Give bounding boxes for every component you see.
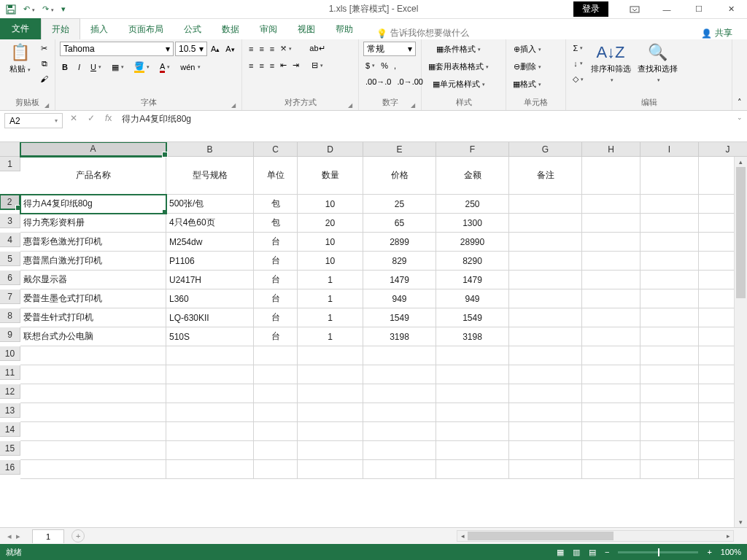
align-right-button[interactable]: ≡ [268, 59, 276, 72]
undo-icon[interactable]: ↶ [23, 4, 35, 14]
cell[interactable] [363, 346, 436, 365]
col-header[interactable]: B [166, 142, 254, 157]
cell[interactable] [20, 441, 166, 460]
cell[interactable]: 爱普生针式打印机 [20, 308, 166, 327]
cell[interactable] [166, 346, 254, 365]
cell[interactable] [582, 460, 640, 479]
minimize-icon[interactable]: — [651, 0, 683, 19]
col-header[interactable]: F [436, 142, 509, 157]
formula-input[interactable]: 得力A4复印纸80g [119, 111, 747, 141]
align-bottom-button[interactable]: ≡ [268, 42, 276, 55]
tab-layout[interactable]: 页面布局 [118, 19, 174, 39]
cell[interactable] [166, 460, 254, 479]
cell[interactable] [640, 195, 699, 214]
col-header[interactable]: G [509, 142, 582, 157]
cell[interactable] [509, 384, 582, 403]
cell[interactable] [509, 460, 582, 479]
cell[interactable] [640, 346, 699, 365]
align-top-button[interactable]: ≡ [247, 42, 255, 55]
cell[interactable]: 20 [298, 214, 363, 233]
tab-file[interactable]: 文件 [0, 18, 41, 39]
cell[interactable]: 1 [298, 327, 363, 346]
cell[interactable]: 65 [363, 214, 436, 233]
cell[interactable] [298, 422, 363, 441]
cell[interactable]: 1479 [363, 271, 436, 289]
cell[interactable] [509, 403, 582, 422]
page-break-view-icon[interactable]: ▤ [589, 548, 596, 557]
cell[interactable] [298, 403, 363, 422]
cell[interactable] [640, 271, 699, 289]
cell[interactable] [298, 460, 363, 479]
fill-button[interactable]: ↓ [570, 57, 586, 70]
save-icon[interactable] [6, 4, 16, 15]
tab-help[interactable]: 帮助 [325, 19, 363, 39]
accounting-format-button[interactable]: $ [363, 59, 377, 72]
cell[interactable]: 3198 [436, 327, 509, 346]
cell[interactable] [363, 460, 436, 479]
shrink-font-button[interactable]: A▾ [223, 42, 236, 55]
col-header[interactable]: E [363, 142, 436, 157]
cell[interactable]: 28990 [436, 233, 509, 252]
sort-filter-button[interactable]: A↓Z 排序和筛选 [589, 42, 632, 85]
ribbon-options-icon[interactable] [619, 0, 651, 19]
col-header[interactable]: D [298, 142, 363, 157]
grow-font-button[interactable]: A▴ [209, 42, 222, 55]
format-table-button[interactable]: ▦ 套用表格格式 [426, 59, 491, 74]
delete-cells-button[interactable]: ⊖ 删除 [511, 59, 543, 74]
phonetic-button[interactable]: wén [178, 61, 202, 74]
cell[interactable] [582, 365, 640, 384]
cell[interactable] [436, 422, 509, 441]
dialog-launcher-icon[interactable]: ◢ [348, 102, 352, 109]
prev-sheet-icon[interactable]: ◂ [7, 532, 12, 541]
cell[interactable] [254, 422, 298, 441]
tab-formulas[interactable]: 公式 [174, 19, 212, 39]
row-header[interactable]: 16 [0, 460, 20, 475]
cell[interactable] [509, 271, 582, 289]
cell[interactable] [640, 252, 699, 271]
cell[interactable] [640, 289, 699, 308]
border-button[interactable]: ▦ [109, 61, 126, 74]
select-all-corner[interactable] [0, 142, 20, 157]
header-cell[interactable]: 单位 [254, 157, 298, 195]
col-header[interactable]: A [20, 142, 166, 157]
row-header[interactable]: 6 [0, 271, 20, 285]
redo-icon[interactable]: ↷ [42, 4, 54, 14]
cell[interactable] [509, 327, 582, 346]
cell[interactable] [509, 214, 582, 233]
header-cell[interactable]: 产品名称 [20, 157, 166, 195]
cell[interactable] [509, 365, 582, 384]
cell[interactable] [298, 346, 363, 365]
row-header[interactable]: 10 [0, 346, 20, 361]
cell[interactable]: 949 [436, 289, 509, 308]
cell[interactable] [640, 441, 699, 460]
cell[interactable] [298, 441, 363, 460]
percent-button[interactable]: % [379, 59, 390, 72]
row-header[interactable]: 8 [0, 308, 20, 323]
italic-button[interactable]: I [76, 61, 82, 74]
cell[interactable]: 829 [363, 252, 436, 271]
cell[interactable] [582, 214, 640, 233]
cell[interactable] [20, 422, 166, 441]
zoom-out-button[interactable]: − [605, 548, 609, 556]
cell[interactable] [582, 271, 640, 289]
cell[interactable]: 台 [254, 289, 298, 308]
header-cell[interactable]: 价格 [363, 157, 436, 195]
cell[interactable]: 250 [436, 195, 509, 214]
font-name-combo[interactable]: Tahoma▾ [60, 42, 174, 56]
find-select-button[interactable]: 🔍 查找和选择 [635, 42, 679, 85]
sheet-nav[interactable]: ◂▸ [0, 532, 28, 541]
cell[interactable] [436, 346, 509, 365]
conditional-format-button[interactable]: ▦ 条件格式 [426, 42, 491, 57]
cell[interactable]: 台 [254, 327, 298, 346]
row-header[interactable]: 12 [0, 384, 20, 399]
cell[interactable] [20, 365, 166, 384]
col-header[interactable]: J [699, 142, 747, 157]
vertical-scrollbar[interactable]: ▴ ▾ [734, 157, 747, 527]
cell[interactable] [363, 365, 436, 384]
cell[interactable]: 949 [363, 289, 436, 308]
normal-view-icon[interactable]: ▦ [557, 548, 564, 557]
cell[interactable]: M254dw [166, 233, 254, 252]
cell[interactable] [509, 346, 582, 365]
row-header[interactable]: 11 [0, 365, 20, 380]
cell[interactable] [640, 308, 699, 327]
